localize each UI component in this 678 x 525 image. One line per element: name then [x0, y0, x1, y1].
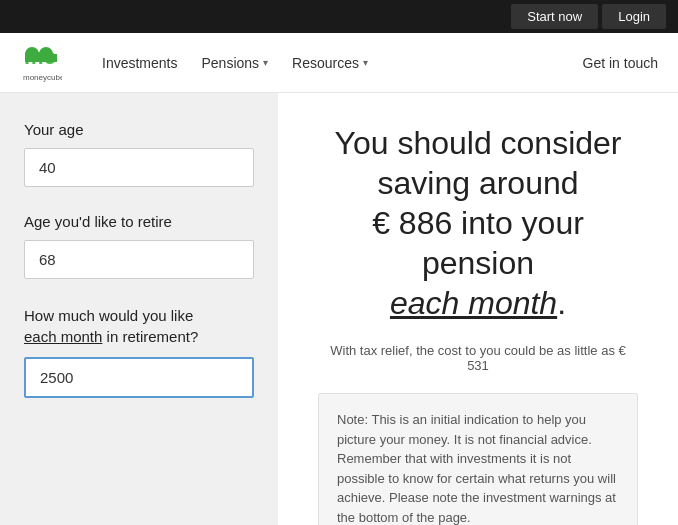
retire-input[interactable] [24, 240, 254, 279]
svg-text:moneycube: moneycube [23, 73, 62, 82]
each-month-result: each month [390, 285, 557, 321]
nav-get-in-touch[interactable]: Get in touch [583, 55, 659, 71]
svg-rect-4 [25, 54, 57, 62]
monthly-field-group: How much would you like each month in re… [24, 305, 254, 420]
nav-resources[interactable]: Resources ▾ [292, 55, 368, 71]
age-field-group: Your age [24, 121, 254, 209]
tax-relief-text: With tax relief, the cost to you could b… [318, 343, 638, 373]
retire-label: Age you'd like to retire [24, 213, 254, 230]
main-content: Your age Age you'd like to retire How mu… [0, 93, 678, 525]
nav-investments[interactable]: Investments [102, 55, 177, 71]
pensions-chevron-icon: ▾ [263, 57, 268, 68]
heading-line2: saving around [377, 165, 578, 201]
login-button[interactable]: Login [602, 4, 666, 29]
note-box: Note: This is an initial indication to h… [318, 393, 638, 525]
retire-field-group: Age you'd like to retire [24, 213, 254, 301]
monthly-label-post: in retirement? [107, 328, 199, 345]
result-heading: You should consider saving around € 886 … [318, 123, 638, 323]
note-text: Note: This is an initial indication to h… [337, 410, 619, 525]
navbar: mc moneycube Investments Pensions ▾ Reso… [0, 33, 678, 93]
resources-chevron-icon: ▾ [363, 57, 368, 68]
heading-amount: € 886 into your pension [372, 205, 584, 281]
nav-pensions[interactable]: Pensions ▾ [201, 55, 268, 71]
heading-line1: You should consider [334, 125, 621, 161]
monthly-label: How much would you like each month in re… [24, 305, 254, 347]
age-label: Your age [24, 121, 254, 138]
logo-icon: mc moneycube [20, 42, 62, 84]
nav-links: Investments Pensions ▾ Resources ▾ Get i… [102, 55, 658, 71]
age-input[interactable] [24, 148, 254, 187]
monthly-input[interactable] [24, 357, 254, 398]
logo[interactable]: mc moneycube [20, 42, 62, 84]
each-month-link[interactable]: each month [24, 328, 102, 345]
start-now-button[interactable]: Start now [511, 4, 598, 29]
monthly-label-pre: How much would you like [24, 307, 193, 324]
heading-period: . [557, 285, 566, 321]
topbar: Start now Login [0, 0, 678, 33]
right-panel: You should consider saving around € 886 … [278, 93, 678, 525]
left-panel: Your age Age you'd like to retire How mu… [0, 93, 278, 525]
